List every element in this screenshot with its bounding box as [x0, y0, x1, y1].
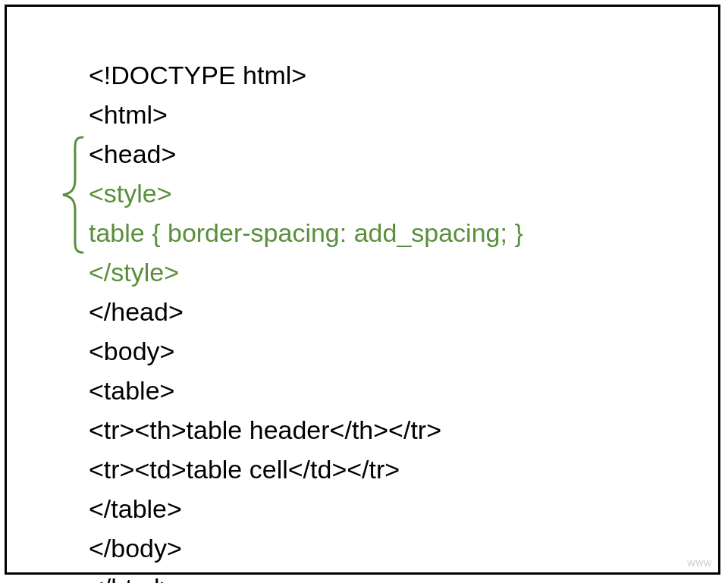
- code-line: <table>: [89, 376, 174, 405]
- code-line: <!DOCTYPE html>: [89, 61, 306, 89]
- code-line-highlight: table { border-spacing: add_spacing; }: [89, 218, 523, 247]
- code-line: <head>: [89, 139, 176, 168]
- code-line-highlight: <style>: [89, 179, 172, 208]
- code-line: </body>: [89, 534, 182, 563]
- code-line: <tr><td>table cell</td></tr>: [89, 455, 400, 484]
- code-line: <body>: [89, 337, 174, 365]
- code-block: <!DOCTYPE html> <html> <head> <style> ta…: [89, 16, 523, 583]
- code-line: <tr><th>table header</th></tr>: [89, 415, 441, 444]
- curly-brace-icon: [60, 136, 87, 254]
- code-line: </table>: [89, 494, 182, 523]
- code-line: <html>: [89, 100, 168, 129]
- code-line-highlight: </style>: [89, 258, 179, 287]
- watermark: WWW: [687, 559, 712, 568]
- code-line: </head>: [89, 297, 184, 326]
- code-frame: <!DOCTYPE html> <html> <head> <style> ta…: [5, 5, 720, 575]
- code-line: </html>: [89, 573, 174, 583]
